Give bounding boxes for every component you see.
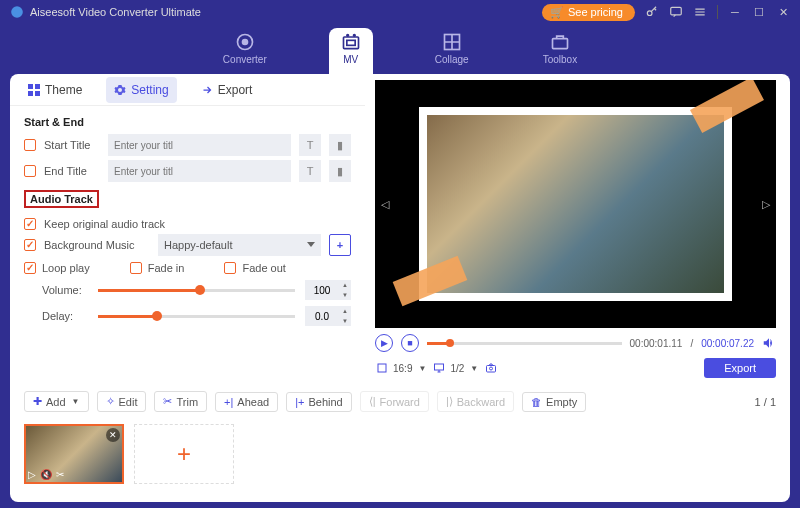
maximize-button[interactable]: ☐ (752, 5, 766, 19)
total-time: 00:00:07.22 (701, 338, 754, 349)
export-button[interactable]: Export (704, 358, 776, 378)
nav-collage-label: Collage (435, 54, 469, 65)
snapshot-button[interactable] (484, 361, 498, 375)
preview-panel: ◁ ▷ ▶ ■ 00:00:01.11/00:00:07.22 16:9▼ 1/… (365, 74, 790, 384)
preview-next-button[interactable]: ▷ (762, 198, 770, 211)
toolbox-icon (550, 32, 570, 52)
thumb-play-icon[interactable]: ▷ (28, 469, 36, 480)
nav-converter-label: Converter (223, 54, 267, 65)
svg-rect-12 (35, 84, 40, 89)
end-title-input[interactable] (108, 160, 291, 182)
delay-slider[interactable] (98, 315, 295, 318)
nav-mv[interactable]: MV (329, 28, 373, 74)
tab-setting[interactable]: Setting (106, 77, 176, 103)
forward-label: Forward (380, 396, 420, 408)
ahead-button[interactable]: +|Ahead (215, 392, 278, 412)
tab-export[interactable]: Export (193, 77, 261, 103)
scale-button[interactable]: 1/2▼ (432, 361, 478, 375)
end-title-label: End Title (44, 165, 100, 177)
settings-tabs: Theme Setting Export (10, 74, 365, 106)
bgm-dropdown[interactable]: Happy-default (158, 234, 321, 256)
thumb-mute-icon[interactable]: 🔇 (40, 469, 52, 480)
loop-checkbox[interactable] (24, 262, 36, 274)
stop-button[interactable]: ■ (401, 334, 419, 352)
volume-value[interactable] (305, 285, 339, 296)
loop-label: Loop play (42, 262, 90, 274)
svg-rect-5 (343, 37, 358, 49)
svg-point-18 (490, 367, 493, 370)
delay-down[interactable]: ▼ (339, 316, 351, 326)
feedback-icon[interactable] (669, 5, 683, 19)
behind-button[interactable]: |+Behind (286, 392, 352, 412)
gear-icon (114, 84, 126, 96)
forward-icon: ⟨| (369, 395, 376, 408)
start-title-color-button[interactable]: ▮ (329, 134, 351, 156)
delay-spinner[interactable]: ▲▼ (305, 306, 351, 326)
svg-rect-8 (347, 40, 355, 45)
play-button[interactable]: ▶ (375, 334, 393, 352)
fadein-checkbox[interactable] (130, 262, 142, 274)
clip-delete-button[interactable]: ✕ (106, 428, 120, 442)
volume-down[interactable]: ▼ (339, 290, 351, 300)
pricing-label: See pricing (568, 6, 623, 18)
svg-point-4 (242, 40, 247, 45)
start-title-checkbox[interactable] (24, 139, 36, 151)
minimize-button[interactable]: ─ (728, 5, 742, 19)
volume-spinner[interactable]: ▲▼ (305, 280, 351, 300)
svg-rect-13 (28, 91, 33, 96)
add-clip-placeholder[interactable]: + (134, 424, 234, 484)
camera-icon (484, 361, 498, 375)
seek-slider[interactable] (427, 342, 622, 345)
tab-theme[interactable]: Theme (20, 77, 90, 103)
start-title-input[interactable] (108, 134, 291, 156)
ratio-label: 16:9 (393, 363, 412, 374)
bgm-add-button[interactable]: + (329, 234, 351, 256)
fadeout-checkbox[interactable] (224, 262, 236, 274)
svg-rect-14 (35, 91, 40, 96)
backward-icon: |⟩ (446, 395, 453, 408)
nav-toolbox[interactable]: Toolbox (531, 28, 589, 74)
current-time: 00:00:01.11 (630, 338, 683, 349)
converter-icon (235, 32, 255, 52)
mv-icon (341, 32, 361, 52)
svg-rect-15 (378, 364, 386, 372)
app-title: Aiseesoft Video Converter Ultimate (30, 6, 201, 18)
edit-button[interactable]: ✧Edit (97, 391, 147, 412)
main-panel: Theme Setting Export Start & End Start T… (10, 74, 790, 502)
add-button[interactable]: ✚Add▼ (24, 391, 89, 412)
aspect-ratio-button[interactable]: 16:9▼ (375, 361, 426, 375)
trim-button[interactable]: ✂Trim (154, 391, 207, 412)
export-label: Export (724, 362, 756, 374)
empty-button[interactable]: 🗑Empty (522, 392, 586, 412)
keep-audio-checkbox[interactable] (24, 218, 36, 230)
end-title-checkbox[interactable] (24, 165, 36, 177)
preview-prev-button[interactable]: ◁ (381, 198, 389, 211)
scale-label: 1/2 (450, 363, 464, 374)
bgm-label: Background Music (44, 239, 150, 251)
delay-value[interactable] (305, 311, 339, 322)
start-title-label: Start Title (44, 139, 100, 151)
start-title-text-button[interactable]: T (299, 134, 321, 156)
close-button[interactable]: ✕ (776, 5, 790, 19)
thumb-trim-icon[interactable]: ✂ (56, 469, 64, 480)
add-label: Add (46, 396, 66, 408)
delay-up[interactable]: ▲ (339, 306, 351, 316)
bgm-checkbox[interactable] (24, 239, 36, 251)
volume-icon[interactable] (762, 336, 776, 350)
clip-toolbar: ✚Add▼ ✧Edit ✂Trim +|Ahead |+Behind ⟨|For… (10, 384, 790, 418)
menu-icon[interactable] (693, 5, 707, 19)
volume-up[interactable]: ▲ (339, 280, 351, 290)
fadeout-label: Fade out (242, 262, 285, 274)
empty-label: Empty (546, 396, 577, 408)
see-pricing-button[interactable]: 🛒 See pricing (542, 4, 635, 21)
end-title-color-button[interactable]: ▮ (329, 160, 351, 182)
volume-slider[interactable] (98, 289, 295, 292)
end-title-text-button[interactable]: T (299, 160, 321, 182)
clip-thumbnail[interactable]: ✕ ▷ 🔇 ✂ (24, 424, 124, 484)
nav-converter[interactable]: Converter (211, 28, 279, 74)
key-icon[interactable] (645, 5, 659, 19)
nav-collage[interactable]: Collage (423, 28, 481, 74)
svg-rect-2 (671, 7, 682, 15)
edit-label: Edit (119, 396, 138, 408)
tab-theme-label: Theme (45, 83, 82, 97)
